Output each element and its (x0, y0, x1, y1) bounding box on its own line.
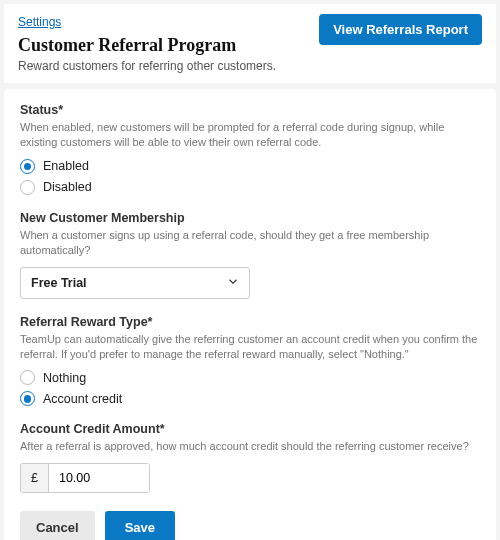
status-label: Status* (20, 103, 480, 117)
currency-symbol: £ (21, 464, 49, 492)
credit-amount-help: After a referral is approved, how much a… (20, 439, 480, 454)
membership-select-value: Free Trial (20, 267, 250, 299)
reward-type-help: TeamUp can automatically give the referr… (20, 332, 480, 363)
page-subtitle: Reward customers for referring other cus… (18, 59, 276, 73)
cancel-button[interactable]: Cancel (20, 511, 95, 540)
view-referrals-report-button[interactable]: View Referrals Report (319, 14, 482, 45)
radio-icon (20, 159, 35, 174)
status-help: When enabled, new customers will be prom… (20, 120, 480, 151)
reward-option-credit[interactable]: Account credit (20, 391, 480, 406)
breadcrumb-settings[interactable]: Settings (18, 15, 61, 29)
membership-label: New Customer Membership (20, 211, 480, 225)
reward-option-label: Account credit (43, 392, 122, 406)
reward-option-label: Nothing (43, 371, 86, 385)
reward-option-nothing[interactable]: Nothing (20, 370, 480, 385)
membership-help: When a customer signs up using a referra… (20, 228, 480, 259)
radio-icon (20, 391, 35, 406)
reward-type-label: Referral Reward Type* (20, 315, 480, 329)
save-button[interactable]: Save (105, 511, 175, 540)
radio-icon (20, 180, 35, 195)
credit-amount-label: Account Credit Amount* (20, 422, 480, 436)
status-option-label: Enabled (43, 159, 89, 173)
credit-amount-input[interactable] (49, 464, 149, 492)
membership-select[interactable]: Free Trial (20, 267, 250, 299)
status-option-enabled[interactable]: Enabled (20, 159, 480, 174)
status-option-disabled[interactable]: Disabled (20, 180, 480, 195)
status-option-label: Disabled (43, 180, 92, 194)
radio-icon (20, 370, 35, 385)
credit-amount-field: £ (20, 463, 150, 493)
page-title: Customer Referral Program (18, 35, 276, 56)
